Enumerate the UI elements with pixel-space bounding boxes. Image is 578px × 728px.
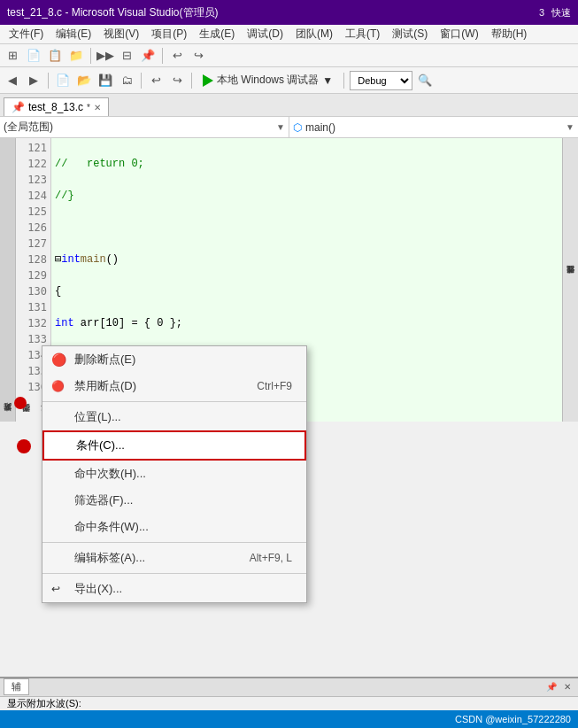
bottom-panel: 辅 📌 ✕ 显示附加水波(S): <box>0 677 578 710</box>
ctx-disable-bp-label: 禁用断点(D) <box>74 378 136 394</box>
play-icon <box>203 74 213 87</box>
ctx-hitcount-label: 命中次数(H)... <box>74 466 146 482</box>
undo-btn2[interactable]: ↩ <box>147 72 165 89</box>
toolbar-btn-6[interactable]: ⊟ <box>118 47 135 65</box>
code-line-122: //} <box>55 188 562 204</box>
bottom-panel-controls: 📌 ✕ <box>544 680 574 694</box>
ctx-location-label: 位置(L)... <box>74 409 121 425</box>
bottom-panel-tabs: 辅 📌 ✕ <box>0 678 578 697</box>
cmt-121: // return 0; <box>55 156 144 172</box>
menu-help[interactable]: 帮助(H) <box>486 25 533 43</box>
breakpoint-dot <box>14 397 27 409</box>
ctx-sep3 <box>42 573 306 574</box>
sep3 <box>48 73 49 89</box>
save-btn[interactable]: 💾 <box>96 72 114 89</box>
code-line-126: int arr[10] = { 0 }; <box>55 315 562 331</box>
ctx-condition[interactable]: 条件(C)... <box>42 430 306 461</box>
menu-debug[interactable]: 调试(D) <box>242 25 289 43</box>
menu-tools[interactable]: 工具(T) <box>340 25 385 43</box>
toolbar-btn-7[interactable]: 📌 <box>139 47 157 65</box>
menu-window[interactable]: 窗口(W) <box>435 25 483 43</box>
line-124: 124 <box>16 188 47 204</box>
scope-bar: (全局范围) ▼ ⬡ main() ▼ <box>0 117 578 138</box>
title-bar: test_21_8.c - Microsoft Visual Studio(管理… <box>0 0 578 25</box>
menu-team[interactable]: 团队(M) <box>290 25 338 43</box>
toolbar-btn-2[interactable]: 📄 <box>25 47 42 65</box>
scope-right[interactable]: ⬡ main() ▼ <box>289 117 578 137</box>
toolbar-btn-1[interactable]: ⊞ <box>4 47 21 65</box>
ctx-export-label: 导出(X)... <box>74 581 122 597</box>
line-126: 126 <box>16 220 47 236</box>
redo-btn2[interactable]: ↪ <box>168 72 186 89</box>
menu-bar: 文件(F) 编辑(E) 视图(V) 项目(P) 生成(E) 调试(D) 团队(M… <box>0 25 578 44</box>
ctx-whenhit-label: 命中条件(W)... <box>74 519 149 535</box>
tab-bar: 📌 test_8_13.c * ✕ <box>0 94 578 117</box>
ctx-export[interactable]: ↩ 导出(X)... <box>42 576 306 602</box>
toolbar-btn-3[interactable]: 📋 <box>46 47 64 65</box>
ctx-location[interactable]: 位置(L)... <box>42 404 306 430</box>
active-tab[interactable]: 📌 test_8_13.c * ✕ <box>4 97 109 116</box>
panel-pin-btn[interactable]: 📌 <box>544 680 559 694</box>
new-file-btn[interactable]: 📄 <box>54 72 72 89</box>
menu-test[interactable]: 测试(S) <box>387 25 433 43</box>
scope-right-arrow: ▼ <box>566 122 574 132</box>
ctx-delete-breakpoint[interactable]: 🔴 删除断点(E) <box>42 346 306 373</box>
scope-right-icon: ⬡ <box>293 121 302 134</box>
ctx-filter[interactable]: 筛选器(F)... <box>42 487 306 514</box>
line-122: 122 <box>16 156 47 172</box>
menu-project[interactable]: 项目(P) <box>146 25 192 43</box>
ctx-whenhit[interactable]: 命中条件(W)... <box>42 514 306 540</box>
ctx-editlabels-label: 编辑标签(A)... <box>74 550 145 566</box>
search-btn[interactable]: 🔍 <box>416 72 434 89</box>
panel-close-btn[interactable]: ✕ <box>560 680 574 694</box>
title-controls: 3 快速 <box>539 6 571 19</box>
sidebar-label-1[interactable]: 解决方案 <box>2 142 13 418</box>
toolbar2: ◀ ▶ 📄 📂 💾 🗂 ↩ ↪ 本地 Windows 调试器 ▼ Debug R… <box>0 67 578 94</box>
back-btn[interactable]: ◀ <box>4 72 21 89</box>
bottom-tab-output[interactable]: 辅 <box>4 678 29 695</box>
status-right: CSDN @weixin_57222280 <box>455 714 571 724</box>
menu-edit[interactable]: 编辑(E) <box>50 25 96 43</box>
scope-left-text: (全局范围) <box>4 120 53 135</box>
ctx-sep2 <box>42 542 306 543</box>
scope-right-text: main() <box>305 121 335 134</box>
line-130: 130 <box>16 283 47 299</box>
scope-left[interactable]: (全局范围) ▼ <box>0 117 289 137</box>
forward-btn[interactable]: ▶ <box>25 72 42 89</box>
toolbar-btn-4[interactable]: 📁 <box>67 47 85 65</box>
menu-view[interactable]: 视图(V) <box>98 25 144 43</box>
toolbar-redo[interactable]: ↪ <box>189 47 207 65</box>
ctx-editlabels[interactable]: 编辑标签(A)... Alt+F9, L <box>42 545 306 571</box>
config-selector[interactable]: Debug Release <box>350 71 412 90</box>
app-title: test_21_8.c - Microsoft Visual Studio(管理… <box>7 5 219 20</box>
sep2 <box>162 48 163 64</box>
ctx-disable-bp-shortcut: Ctrl+F9 <box>257 380 292 392</box>
open-btn[interactable]: 📂 <box>75 72 93 89</box>
toolbar-btn-5[interactable]: ▶▶ <box>96 47 114 65</box>
ctx-delete-bp-label: 删除断点(E) <box>74 352 135 368</box>
save-all-btn[interactable]: 🗂 <box>118 72 135 89</box>
ctx-disable-breakpoint[interactable]: 🔴 禁用断点(D) Ctrl+F9 <box>42 373 306 399</box>
ctx-sep1 <box>42 401 306 402</box>
kw-int-124: int <box>61 252 81 267</box>
tab-close-btn[interactable]: ✕ <box>94 103 101 112</box>
toolbar-undo[interactable]: ↩ <box>168 47 186 65</box>
left-sidebar: 解决方案 类视图 工具箱 <box>0 138 16 422</box>
quick-action[interactable]: 快速 <box>551 6 571 19</box>
bottom-panel-content: 显示附加水波(S): <box>0 697 578 710</box>
fn-main: main <box>81 252 106 267</box>
sep5 <box>191 73 192 89</box>
kw-int-126: int <box>55 315 74 331</box>
status-bar: CSDN @weixin_57222280 <box>0 710 578 728</box>
notification-count: 3 <box>539 7 544 18</box>
menu-build[interactable]: 生成(E) <box>194 25 240 43</box>
line-127: 127 <box>16 236 47 252</box>
breakpoint-indicator <box>17 439 31 453</box>
ctx-editlabels-shortcut: Alt+F9, L <box>250 552 292 564</box>
run-button[interactable]: 本地 Windows 调试器 ▼ <box>197 71 338 89</box>
ctx-hitcount[interactable]: 命中次数(H)... <box>42 461 306 487</box>
ctx-delete-bp-icon: 🔴 <box>51 352 66 367</box>
code-line-125: { <box>55 283 562 299</box>
menu-file[interactable]: 文件(F) <box>4 25 49 43</box>
ctx-condition-label: 条件(C)... <box>76 438 125 453</box>
